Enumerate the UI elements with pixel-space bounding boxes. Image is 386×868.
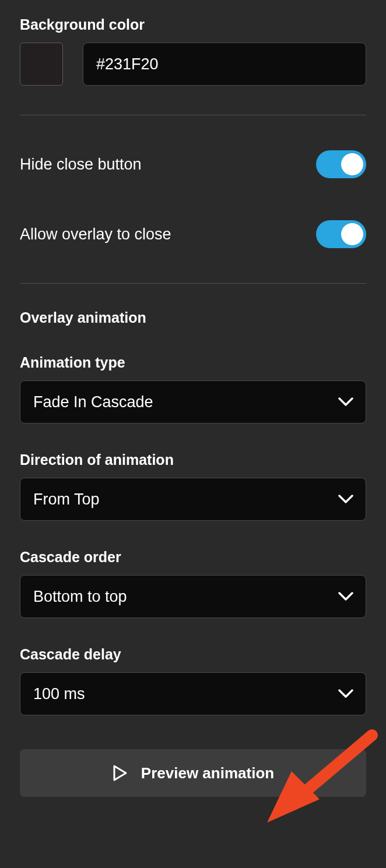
cascade-delay-select[interactable]: 100 ms — [20, 672, 366, 715]
cascade-delay-label: Cascade delay — [20, 646, 366, 663]
allow-overlay-close-row: Allow overlay to close — [20, 199, 366, 269]
cascade-delay-value: 100 ms — [33, 685, 85, 703]
allow-overlay-close-toggle[interactable] — [316, 220, 366, 248]
background-color-label: Background color — [20, 16, 366, 33]
allow-overlay-close-label: Allow overlay to close — [20, 225, 171, 244]
direction-value: From Top — [33, 491, 100, 509]
direction-select[interactable]: From Top — [20, 478, 366, 521]
background-color-row — [20, 43, 366, 86]
play-icon — [112, 764, 128, 782]
cascade-order-value: Bottom to top — [33, 588, 127, 606]
color-swatch[interactable] — [20, 43, 63, 86]
hide-close-button-label: Hide close button — [20, 156, 142, 174]
animation-type-label: Animation type — [20, 354, 366, 371]
hide-close-button-row: Hide close button — [20, 129, 366, 199]
background-color-input[interactable] — [83, 43, 366, 86]
preview-animation-label: Preview animation — [141, 764, 274, 782]
direction-label: Direction of animation — [20, 451, 366, 468]
cascade-order-select[interactable]: Bottom to top — [20, 575, 366, 618]
preview-animation-button[interactable]: Preview animation — [20, 749, 366, 797]
overlay-animation-header: Overlay animation — [20, 309, 366, 326]
settings-panel: Background color Hide close button Allow… — [0, 0, 386, 817]
animation-type-select[interactable]: Fade In Cascade — [20, 380, 366, 424]
animation-type-value: Fade In Cascade — [33, 393, 153, 411]
cascade-order-label: Cascade order — [20, 549, 366, 566]
hide-close-button-toggle[interactable] — [316, 150, 366, 178]
